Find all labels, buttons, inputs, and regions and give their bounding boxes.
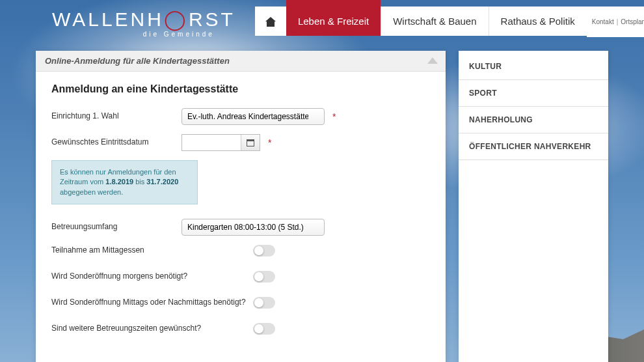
calendar-icon (247, 139, 254, 146)
label-facility: Einrichtung 1. Wahl (51, 111, 181, 122)
row-afternoon: Wird Sonderöffnung Mittags oder Nachmitt… (51, 297, 430, 309)
panel-title: Online-Anmeldung für alle Kindertagesstä… (45, 56, 230, 66)
info-text: bis (133, 178, 146, 186)
required-icon: * (332, 111, 336, 122)
home-icon (265, 16, 276, 27)
nav-wrap: Leben & Freizeit Wirtschaft & Bauen Rath… (255, 7, 644, 37)
nav-home[interactable] (255, 7, 286, 36)
sidebar-item-kultur[interactable]: KULTUR (459, 53, 608, 80)
toggle-afternoon[interactable] (253, 297, 275, 309)
info-box: Es können nur Anmeldungen für den Zeitra… (51, 160, 198, 204)
row-date: Gewünschtes Eintrittsdatum * (51, 134, 430, 151)
row-additional: Sind weitere Betreuungszeiten gewünscht? (51, 323, 430, 335)
link-kontakt[interactable]: Kontakt (592, 18, 614, 25)
panel-header[interactable]: Online-Anmeldung für alle Kindertagesstä… (36, 51, 446, 72)
label-afternoon: Wird Sonderöffnung Mittags oder Nachmitt… (51, 298, 253, 308)
info-date-to: 31.7.2020 (146, 178, 178, 186)
sidebar: KULTUR SPORT NAHERHOLUNG ÖFFENTLICHER NA… (459, 51, 608, 362)
sidebar-item-nahverkehr[interactable]: ÖFFENTLICHER NAHVERKEHR (459, 133, 608, 160)
logo-subtitle: die Gemeinde (52, 31, 235, 38)
input-date[interactable] (182, 135, 241, 150)
form-body: Anmeldung an eine Kindertagesstätte Einr… (36, 72, 446, 355)
row-scope: Betreuungsumfang Kindergarten 08:00-13:0… (51, 219, 430, 236)
site-header: WALLENH◯RST die Gemeinde Leben & Freizei… (0, 0, 644, 38)
separator: | (617, 18, 619, 25)
form-title: Anmeldung an eine Kindertagesstätte (51, 83, 430, 95)
primary-nav: Leben & Freizeit Wirtschaft & Bauen Rath… (255, 7, 587, 36)
select-scope[interactable]: Kindergarten 08:00-13:00 (5 Std.) (181, 219, 325, 236)
required-icon: * (268, 137, 271, 148)
label-lunch: Teilnahme am Mittagessen (51, 245, 253, 256)
main-panel: Online-Anmeldung für alle Kindertagesstä… (36, 51, 446, 362)
label-date: Gewünschtes Eintrittsdatum (51, 137, 181, 148)
label-scope: Betreuungsumfang (51, 222, 181, 232)
row-lunch: Teilnahme am Mittagessen (51, 245, 430, 257)
button-datepicker[interactable] (241, 135, 260, 150)
label-additional: Sind weitere Betreuungszeiten gewünscht? (51, 324, 253, 334)
toggle-lunch[interactable] (253, 245, 275, 257)
content-container: Online-Anmeldung für alle Kindertagesstä… (36, 51, 608, 362)
info-text: abgegeben werden. (60, 188, 123, 196)
nav-leben-freizeit[interactable]: Leben & Freizeit (286, 0, 381, 36)
logo[interactable]: WALLENH◯RST die Gemeinde (52, 7, 235, 38)
collapse-icon[interactable] (427, 57, 438, 64)
row-morning: Wird Sonderöffnung morgens benötigt? (51, 271, 430, 283)
logo-brand: WALLENH◯RST (52, 10, 235, 29)
top-links: Kontakt | Ortsplan | Sprache (587, 7, 644, 37)
nav-wirtschaft-bauen[interactable]: Wirtschaft & Bauen (381, 7, 488, 36)
label-morning: Wird Sonderöffnung morgens benötigt? (51, 272, 253, 282)
row-facility: Einrichtung 1. Wahl Ev.-luth. Andreas Ki… (51, 108, 430, 125)
select-facility[interactable]: Ev.-luth. Andreas Kindertagesstätte (181, 108, 325, 125)
sidebar-item-naherholung[interactable]: NAHERHOLUNG (459, 107, 608, 133)
nav-rathaus-politik[interactable]: Rathaus & Politik (489, 7, 587, 36)
toggle-additional[interactable] (253, 323, 275, 335)
sidebar-item-sport[interactable]: SPORT (459, 80, 608, 107)
toggle-morning[interactable] (253, 271, 275, 283)
info-date-from: 1.8.2019 (105, 178, 133, 186)
link-ortsplan[interactable]: Ortsplan (621, 18, 644, 25)
